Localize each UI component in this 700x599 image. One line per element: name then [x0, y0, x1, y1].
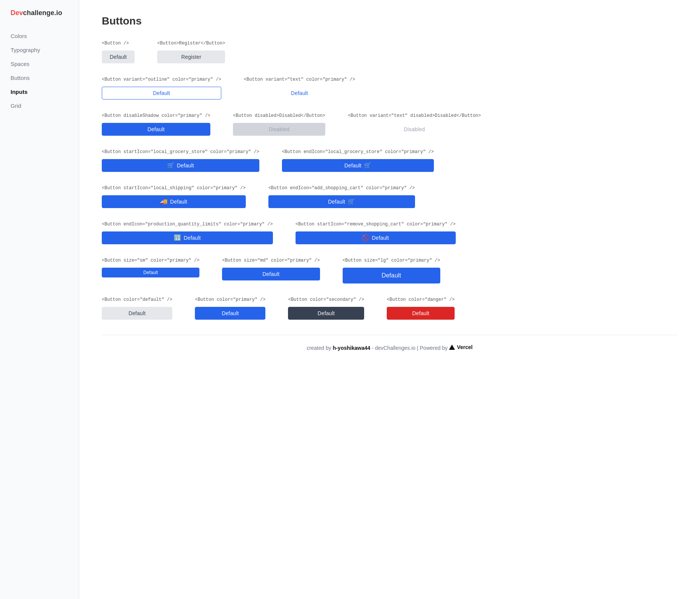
- button-start-grocery[interactable]: 🛒 Default: [102, 159, 259, 172]
- code-label: <Button color="default" />: [102, 297, 172, 302]
- btn-demo-noshadow: <Button disableShadow color="primary" />…: [102, 113, 210, 136]
- btn-demo-end-qty: <Button endIcon="production_quantity_lim…: [102, 222, 273, 244]
- vercel-triangle-icon: [449, 345, 455, 350]
- btn-demo-lg: <Button size="lg" color="primary" /> Def…: [343, 258, 440, 283]
- code-label: <Button startIcon="remove_shopping_cart"…: [296, 222, 456, 227]
- sidebar-item-colors[interactable]: Colors: [0, 29, 79, 43]
- logo-dev: Dev: [11, 9, 23, 17]
- button-default[interactable]: Default: [102, 51, 135, 63]
- code-label: <Button endIcon="local_grocery_store" co…: [282, 149, 434, 155]
- button-outline-primary[interactable]: Default: [102, 87, 221, 100]
- sidebar: Devchallenge.io Colors Typography Spaces…: [0, 0, 79, 599]
- section-outline-text: <Button variant="outline" color="primary…: [102, 77, 677, 100]
- button-start-shipping[interactable]: 🚚 Default: [102, 195, 246, 208]
- btn-demo-start-remove-cart: <Button startIcon="remove_shopping_cart"…: [296, 222, 456, 244]
- button-sm[interactable]: Default: [102, 268, 199, 277]
- page-title: Buttons: [102, 15, 677, 27]
- button-color-default[interactable]: Default: [102, 307, 172, 320]
- section-sizes: <Button size="sm" color="primary" /> Def…: [102, 258, 677, 283]
- button-end-qty[interactable]: 🔢 Default: [102, 231, 273, 244]
- vercel-label: Vercel: [457, 344, 472, 350]
- button-disabled-text: Disabled: [348, 123, 481, 136]
- btn-demo-start-shipping: <Button startIcon="local_shipping" color…: [102, 185, 246, 208]
- code-label: <Button color="primary" />: [195, 297, 265, 302]
- section-icons-grocery: <Button startIcon="local_grocery_store" …: [102, 149, 677, 172]
- btn-demo-register: <Button>Register</Button> Register: [157, 41, 225, 63]
- footer-text: created by h-yoshikawa44 - devChallenges…: [306, 345, 472, 351]
- code-label: <Button disabled>Disabled</Button>: [233, 113, 325, 118]
- button-no-shadow[interactable]: Default: [102, 123, 210, 136]
- grocery-end-icon: 🛒: [364, 162, 371, 169]
- code-label: <Button color="danger" />: [387, 297, 455, 302]
- main-content: Buttons <Button /> Default <Button>Regis…: [79, 0, 700, 599]
- sidebar-item-typography[interactable]: Typography: [0, 43, 79, 57]
- sidebar-item-buttons[interactable]: Buttons: [0, 71, 79, 85]
- btn-demo-start-grocery: <Button startIcon="local_grocery_store" …: [102, 149, 259, 172]
- btn-demo-disabled-filled: <Button disabled>Disabled</Button> Disab…: [233, 113, 325, 136]
- btn-demo-sm: <Button size="sm" color="primary" /> Def…: [102, 258, 199, 277]
- section-colors: <Button color="default" /> Default <Butt…: [102, 297, 677, 320]
- btn-demo-end-grocery: <Button endIcon="local_grocery_store" co…: [282, 149, 434, 172]
- btn-demo-color-secondary: <Button color="secondary" /> Default: [288, 297, 364, 320]
- button-text-primary[interactable]: Default: [244, 87, 355, 100]
- code-label: <Button startIcon="local_grocery_store" …: [102, 149, 259, 155]
- button-color-primary[interactable]: Default: [195, 307, 265, 320]
- shipping-icon: 🚚: [160, 199, 168, 205]
- section-disabled: <Button disableShadow color="primary" />…: [102, 113, 677, 136]
- code-label: <Button variant="outline" color="primary…: [102, 77, 221, 82]
- code-label: <Button disableShadow color="primary" />: [102, 113, 210, 118]
- btn-demo-default: <Button /> Default: [102, 41, 135, 63]
- btn-demo-text: <Button variant="text" color="primary" /…: [244, 77, 355, 100]
- section-icons-quantity: <Button endIcon="production_quantity_lim…: [102, 222, 677, 244]
- code-label: <Button size="lg" color="primary" />: [343, 258, 440, 263]
- button-register[interactable]: Register: [157, 51, 225, 63]
- code-label: <Button variant="text" color="primary" /…: [244, 77, 355, 82]
- code-label: <Button size="sm" color="primary" />: [102, 258, 199, 263]
- button-end-grocery[interactable]: Default 🛒: [282, 159, 434, 172]
- code-label: <Button endIcon="add_shopping_cart" colo…: [268, 185, 415, 191]
- sidebar-item-spaces[interactable]: Spaces: [0, 57, 79, 71]
- code-label: <Button startIcon="local_shipping" color…: [102, 185, 246, 191]
- code-label: <Button>Register</Button>: [157, 41, 225, 46]
- btn-demo-outline: <Button variant="outline" color="primary…: [102, 77, 221, 100]
- button-start-remove-cart[interactable]: 🚫 Default: [296, 231, 456, 244]
- qty-icon: 🔢: [174, 235, 181, 241]
- button-md[interactable]: Default: [222, 268, 320, 280]
- button-disabled-filled: Disabled: [233, 123, 325, 136]
- sidebar-item-grid[interactable]: Grid: [0, 99, 79, 113]
- btn-demo-md: <Button size="md" color="primary" /> Def…: [222, 258, 320, 280]
- code-label: <Button variant="text" disabled>Disabled…: [348, 113, 481, 118]
- add-cart-icon: 🛒: [348, 199, 355, 205]
- logo: Devchallenge.io: [0, 9, 79, 29]
- logo-challenge: challenge.io: [23, 9, 62, 17]
- sidebar-item-inputs[interactable]: Inputs: [0, 85, 79, 99]
- code-label: <Button />: [102, 41, 135, 46]
- code-label: <Button size="md" color="primary" />: [222, 258, 320, 263]
- footer: created by h-yoshikawa44 - devChallenges…: [102, 335, 677, 360]
- grocery-icon: 🛒: [167, 162, 175, 169]
- btn-demo-end-add-cart: <Button endIcon="add_shopping_cart" colo…: [268, 185, 415, 208]
- btn-demo-color-default: <Button color="default" /> Default: [102, 297, 172, 320]
- remove-cart-icon: 🚫: [362, 235, 369, 241]
- button-color-danger[interactable]: Default: [387, 307, 455, 320]
- button-lg[interactable]: Default: [343, 268, 440, 283]
- footer-author: h-yoshikawa44: [333, 345, 371, 351]
- vercel-logo: Vercel: [449, 344, 472, 350]
- sidebar-navigation: Colors Typography Spaces Buttons Inputs …: [0, 29, 79, 113]
- btn-demo-color-danger: <Button color="danger" /> Default: [387, 297, 455, 320]
- section-icons-shipping: <Button startIcon="local_shipping" color…: [102, 185, 677, 208]
- section-default: <Button /> Default <Button>Register</But…: [102, 41, 677, 63]
- button-end-add-cart[interactable]: Default 🛒: [268, 195, 415, 208]
- btn-demo-color-primary: <Button color="primary" /> Default: [195, 297, 265, 320]
- button-color-secondary[interactable]: Default: [288, 307, 364, 320]
- code-label: <Button endIcon="production_quantity_lim…: [102, 222, 273, 227]
- code-label: <Button color="secondary" />: [288, 297, 364, 302]
- btn-demo-disabled-text: <Button variant="text" disabled>Disabled…: [348, 113, 481, 136]
